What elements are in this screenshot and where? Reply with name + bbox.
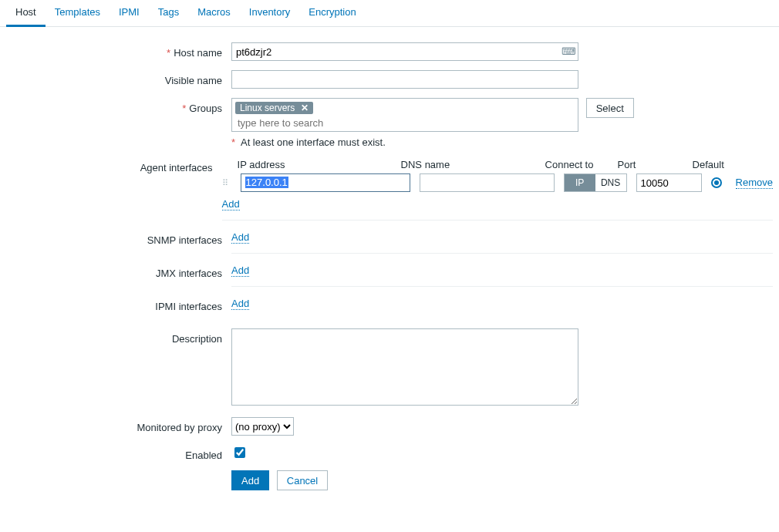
add-snmp-iface-link[interactable]: Add xyxy=(231,231,249,244)
cancel-button[interactable]: Cancel xyxy=(277,470,328,490)
label-description: Description xyxy=(172,333,222,345)
tab-encryption[interactable]: Encryption xyxy=(299,0,365,27)
select-groups-button[interactable]: Select xyxy=(586,98,634,118)
port-input[interactable] xyxy=(636,173,702,192)
groups-search-input[interactable] xyxy=(234,116,565,130)
connect-ip[interactable]: IP xyxy=(565,174,595,191)
label-visible-name: Visible name xyxy=(165,75,222,86)
keyboard-icon: ⌨ xyxy=(561,45,576,57)
tab-inventory[interactable]: Inventory xyxy=(240,0,299,27)
enabled-checkbox[interactable] xyxy=(234,447,245,458)
host-name-input[interactable] xyxy=(231,42,578,61)
connect-to-toggle: IP DNS xyxy=(564,173,627,192)
tab-templates[interactable]: Templates xyxy=(46,0,110,27)
add-button[interactable]: Add xyxy=(231,470,269,490)
label-host-name: Host name xyxy=(174,47,222,59)
tab-tags[interactable]: Tags xyxy=(149,0,188,27)
label-groups: Groups xyxy=(189,103,222,114)
add-ipmi-iface-link[interactable]: Add xyxy=(231,298,249,310)
ip-address-input[interactable]: 127.0.0.1 xyxy=(241,173,410,192)
agent-iface-row: ⠿ 127.0.0.1 IP DNS Remove xyxy=(222,173,773,192)
drag-handle-icon[interactable]: ⠿ xyxy=(222,179,231,187)
label-agent-interfaces: Agent interfaces xyxy=(140,162,213,173)
iface-header: IP address DNS name Connect to Port Defa… xyxy=(222,159,773,170)
visible-name-input[interactable] xyxy=(231,70,578,89)
dns-name-input[interactable] xyxy=(420,173,555,192)
label-monitored-by-proxy: Monitored by proxy xyxy=(137,422,222,433)
label-jmx-interfaces: JMX interfaces xyxy=(156,268,222,279)
add-agent-iface-link[interactable]: Add xyxy=(222,198,240,210)
proxy-select[interactable]: (no proxy) xyxy=(231,417,294,436)
remove-iface-link[interactable]: Remove xyxy=(736,177,773,189)
host-form: *Host name ⌨ Visible name *Groups Linux … xyxy=(0,27,779,515)
label-snmp-interfaces: SNMP interfaces xyxy=(147,234,222,246)
tab-host[interactable]: Host xyxy=(6,0,46,27)
groups-multiselect[interactable]: Linux servers ✕ xyxy=(231,98,578,132)
remove-tag-icon[interactable]: ✕ xyxy=(301,103,309,113)
add-jmx-iface-link[interactable]: Add xyxy=(231,264,249,277)
tab-macros[interactable]: Macros xyxy=(188,0,240,27)
tabs: Host Templates IPMI Tags Macros Inventor… xyxy=(0,0,779,27)
connect-dns[interactable]: DNS xyxy=(595,174,626,191)
description-textarea[interactable] xyxy=(231,328,578,406)
default-radio[interactable] xyxy=(711,177,722,188)
interface-warning: * At least one interface must exist. xyxy=(231,136,773,148)
tab-ipmi[interactable]: IPMI xyxy=(110,0,149,27)
group-tag: Linux servers ✕ xyxy=(235,102,313,114)
label-ipmi-interfaces: IPMI interfaces xyxy=(155,301,222,312)
label-enabled: Enabled xyxy=(185,450,222,461)
